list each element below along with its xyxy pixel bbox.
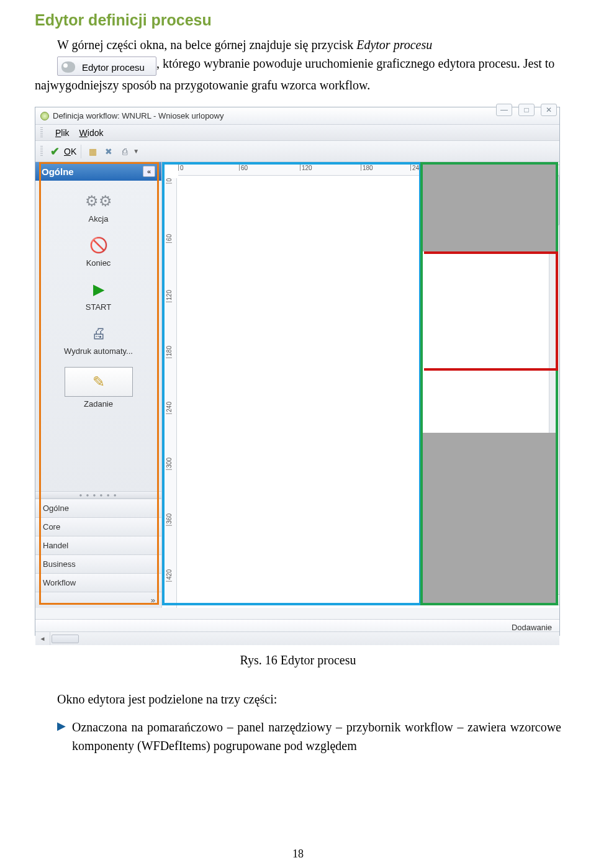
toolbox-item-label: START (35, 302, 161, 312)
editor-button-illustration: Edytor procesu (57, 57, 156, 76)
sidebar-header-label: Ogólne (42, 166, 74, 177)
figure-caption: Rys. 16 Edytor procesu (35, 653, 561, 667)
sidebar-cat-core[interactable]: Core (35, 517, 161, 536)
sidebar-cat-handel[interactable]: Handel (35, 536, 161, 554)
ruler-tick: 60 (239, 165, 248, 171)
editor-button-label: Edytor procesu (82, 62, 145, 73)
sidebar-cat-business[interactable]: Business (35, 554, 161, 573)
intro-paragraph: W górnej części okna, na belce górnej zn… (35, 35, 561, 54)
ruler-tick: 120 (166, 290, 172, 302)
paragraph-3: Okno edytora jest podzielone na trzy czę… (35, 692, 561, 707)
toolbar: ✔ OK ▦ ✖ ⎙ ▼ (35, 141, 559, 162)
vertical-scrollbar[interactable]: ▲ ▼ (549, 165, 559, 605)
stop-icon: 🚫 (86, 235, 111, 256)
intro-italic: Edytor procesu (356, 38, 432, 52)
menu-plik[interactable]: Plik (55, 128, 70, 138)
printer-icon: 🖨 (86, 323, 111, 344)
ruler-tick: 420 (166, 569, 172, 582)
toolbox-item-label: Akcja (35, 214, 161, 224)
sidebar-header[interactable]: Ogólne « (35, 162, 161, 181)
ruler-tick: 300 (166, 458, 172, 470)
grid-toggle-icon[interactable]: ▦ (86, 145, 99, 158)
ruler-tick: 120 (300, 165, 312, 171)
menu-widok[interactable]: Widok (79, 128, 104, 138)
close-button[interactable]: ✕ (541, 104, 557, 116)
status-text: Dodawanie (512, 623, 552, 632)
editor-content: Ogólne « ⚙⚙ Akcja 🚫 Koniec ▶ START 🖨 (35, 162, 559, 608)
task-icon: ✎ (86, 374, 111, 390)
bullet-text: Oznaczona na pomarańczowo – panel narzęd… (72, 718, 561, 755)
toolbox-item-zadanie[interactable]: ✎ Zadanie (35, 367, 161, 409)
window-title: Definicja workflow: WNURL - Wniosek urlo… (53, 111, 224, 120)
grip-icon (40, 127, 43, 138)
toolbox-item-akcja[interactable]: ⚙⚙ Akcja (35, 191, 161, 224)
horizontal-scrollbar[interactable]: ◄ (35, 631, 559, 645)
bullet-icon: ▶ (57, 719, 66, 755)
scroll-left-icon[interactable]: ◄ (35, 632, 50, 645)
bullet-item: ▶ Oznaczona na pomarańczowo – panel narz… (35, 718, 561, 755)
ruler-tick: 180 (166, 346, 172, 358)
gears-icon: ⚙⚙ (86, 191, 111, 212)
ruler-tick: 60 (166, 234, 172, 243)
ruler-tick: 360 (166, 513, 172, 526)
intro-text: W górnej części okna, na belce górnej zn… (57, 38, 356, 52)
scroll-up-icon[interactable]: ▲ (549, 165, 559, 176)
menu-bar: Plik Widok (35, 125, 559, 141)
toolbox-items: ⚙⚙ Akcja 🚫 Koniec ▶ START 🖨 Wydruk autom… (35, 181, 161, 425)
ruler-tick: 0 (166, 178, 172, 184)
section-heading: Edytor definicji procesu (35, 11, 561, 29)
print-icon[interactable]: ⎙ (118, 145, 132, 158)
toolbox-item-label: Koniec (35, 258, 161, 268)
canvas-area[interactable]: 0 60 120 180 24 0 60 120 180 240 300 360… (162, 162, 559, 608)
toolbox-item-start[interactable]: ▶ START (35, 279, 161, 312)
dropdown-icon[interactable]: ▼ (133, 148, 139, 155)
ruler-tick: 0 (178, 165, 184, 171)
tools-icon[interactable]: ✖ (102, 145, 115, 158)
minimize-button[interactable]: — (496, 104, 512, 116)
play-icon: ▶ (86, 279, 111, 300)
workflow-icon (61, 61, 75, 73)
sidebar-expand[interactable]: » (35, 592, 161, 608)
page-number: 18 (0, 848, 596, 861)
collapse-button[interactable]: « (143, 166, 155, 177)
toolbox-item-koniec[interactable]: 🚫 Koniec (35, 235, 161, 268)
toolbox-item-label: Zadanie (35, 399, 161, 409)
scroll-down-icon[interactable]: ▼ (549, 594, 559, 605)
ruler-vertical: 0 60 120 180 240 300 360 420 (166, 178, 177, 608)
sidebar-cat-ogolne[interactable]: Ogólne (35, 499, 161, 517)
ruler-tick: 240 (166, 402, 172, 414)
ruler-tick: 24 (410, 165, 419, 171)
green-annotation-frame (420, 162, 558, 605)
maximize-button[interactable]: □ (518, 104, 535, 116)
scroll-thumb[interactable] (52, 635, 79, 643)
grip-icon (40, 146, 43, 157)
toolbox-item-label: Wydruk automaty... (35, 346, 161, 356)
app-icon (40, 112, 49, 120)
sidebar-splitter[interactable]: ● ● ● ● ● ● (35, 491, 161, 499)
ruler-horizontal: 0 60 120 180 24 (178, 165, 559, 176)
sidebar-cat-workflow[interactable]: Workflow (35, 573, 161, 592)
ok-button[interactable]: OK (64, 147, 76, 156)
scroll-thumb[interactable] (550, 176, 559, 225)
separator (81, 145, 81, 158)
ruler-tick: 180 (361, 165, 373, 171)
title-bar: Definicja workflow: WNURL - Wniosek urlo… (35, 107, 559, 125)
toolbox-item-wydruk[interactable]: 🖨 Wydruk automaty... (35, 323, 161, 356)
check-icon[interactable]: ✔ (48, 145, 61, 158)
app-window: Definicja workflow: WNURL - Wniosek urlo… (35, 107, 560, 636)
toolbox-sidebar: Ogólne « ⚙⚙ Akcja 🚫 Koniec ▶ START 🖨 (35, 162, 162, 608)
canvas-grid (178, 177, 419, 604)
